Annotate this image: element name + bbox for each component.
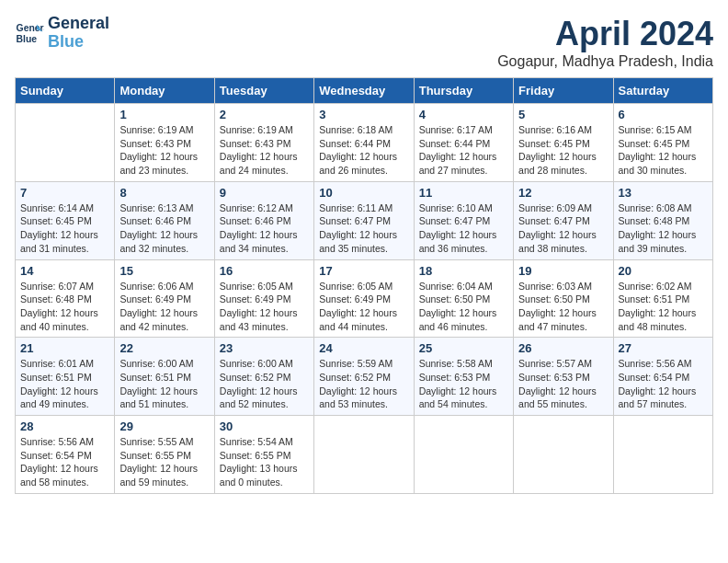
calendar-cell: 5Sunrise: 6:16 AM Sunset: 6:45 PM Daylig…	[514, 104, 613, 182]
day-number: 9	[220, 186, 309, 200]
calendar-cell: 22Sunrise: 6:00 AM Sunset: 6:51 PM Dayli…	[115, 338, 214, 416]
day-number: 20	[619, 264, 708, 278]
calendar-cell: 18Sunrise: 6:04 AM Sunset: 6:50 PM Dayli…	[414, 259, 513, 338]
day-number: 25	[419, 341, 508, 355]
calendar-cell: 27Sunrise: 5:56 AM Sunset: 6:54 PM Dayli…	[613, 338, 712, 416]
col-header-wednesday: Wednesday	[314, 78, 414, 104]
calendar-cell	[314, 416, 414, 494]
cell-content: Sunrise: 6:05 AM Sunset: 6:49 PM Dayligh…	[220, 280, 309, 334]
calendar-cell	[613, 416, 712, 494]
cell-content: Sunrise: 6:11 AM Sunset: 6:47 PM Dayligh…	[319, 201, 408, 256]
svg-text:Blue: Blue	[17, 33, 38, 43]
calendar-cell: 15Sunrise: 6:06 AM Sunset: 6:49 PM Dayli…	[115, 259, 214, 338]
calendar-cell: 14Sunrise: 6:07 AM Sunset: 6:48 PM Dayli…	[16, 259, 115, 338]
cell-content: Sunrise: 6:00 AM Sunset: 6:51 PM Dayligh…	[119, 357, 209, 411]
day-number: 23	[220, 341, 309, 355]
header-row: SundayMondayTuesdayWednesdayThursdayFrid…	[16, 78, 713, 104]
page-header: General Blue General Blue April 2024 Gog…	[15, 15, 713, 70]
cell-content: Sunrise: 5:55 AM Sunset: 6:55 PM Dayligh…	[119, 435, 209, 489]
week-row-2: 7Sunrise: 6:14 AM Sunset: 6:45 PM Daylig…	[16, 181, 713, 259]
day-number: 1	[119, 108, 209, 121]
day-number: 22	[119, 341, 209, 355]
day-number: 24	[319, 341, 408, 355]
col-header-friday: Friday	[514, 78, 613, 104]
cell-content: Sunrise: 6:09 AM Sunset: 6:47 PM Dayligh…	[518, 201, 608, 256]
day-number: 15	[119, 264, 209, 278]
calendar-cell: 11Sunrise: 6:10 AM Sunset: 6:47 PM Dayli…	[414, 181, 513, 259]
calendar-cell: 30Sunrise: 5:54 AM Sunset: 6:55 PM Dayli…	[214, 416, 313, 494]
calendar-cell: 2Sunrise: 6:19 AM Sunset: 6:43 PM Daylig…	[214, 104, 313, 182]
week-row-5: 28Sunrise: 5:56 AM Sunset: 6:54 PM Dayli…	[16, 416, 713, 494]
day-number: 7	[20, 186, 109, 200]
cell-content: Sunrise: 5:59 AM Sunset: 6:52 PM Dayligh…	[319, 357, 408, 411]
logo-line1: General	[48, 15, 109, 33]
cell-content: Sunrise: 6:14 AM Sunset: 6:45 PM Dayligh…	[20, 201, 109, 256]
day-number: 19	[518, 264, 608, 278]
location: Gogapur, Madhya Pradesh, India	[497, 53, 713, 70]
cell-content: Sunrise: 5:58 AM Sunset: 6:53 PM Dayligh…	[419, 357, 508, 411]
calendar-cell: 25Sunrise: 5:58 AM Sunset: 6:53 PM Dayli…	[414, 338, 513, 416]
calendar-cell: 10Sunrise: 6:11 AM Sunset: 6:47 PM Dayli…	[314, 181, 414, 259]
calendar-cell: 4Sunrise: 6:17 AM Sunset: 6:44 PM Daylig…	[414, 104, 513, 182]
day-number: 29	[119, 419, 209, 433]
cell-content: Sunrise: 6:01 AM Sunset: 6:51 PM Dayligh…	[20, 357, 109, 411]
calendar-cell	[414, 416, 513, 494]
cell-content: Sunrise: 6:03 AM Sunset: 6:50 PM Dayligh…	[518, 280, 608, 334]
day-number: 8	[119, 186, 209, 200]
col-header-thursday: Thursday	[414, 78, 513, 104]
calendar-cell: 1Sunrise: 6:19 AM Sunset: 6:43 PM Daylig…	[115, 104, 214, 182]
col-header-sunday: Sunday	[16, 78, 115, 104]
week-row-3: 14Sunrise: 6:07 AM Sunset: 6:48 PM Dayli…	[16, 259, 713, 338]
day-number: 6	[619, 108, 708, 121]
cell-content: Sunrise: 5:56 AM Sunset: 6:54 PM Dayligh…	[619, 357, 708, 411]
calendar-cell: 26Sunrise: 5:57 AM Sunset: 6:53 PM Dayli…	[514, 338, 613, 416]
calendar-cell: 24Sunrise: 5:59 AM Sunset: 6:52 PM Dayli…	[314, 338, 414, 416]
cell-content: Sunrise: 6:19 AM Sunset: 6:43 PM Dayligh…	[119, 123, 209, 178]
logo-line2: Blue	[48, 33, 109, 52]
cell-content: Sunrise: 6:17 AM Sunset: 6:44 PM Dayligh…	[419, 123, 508, 178]
calendar-cell: 6Sunrise: 6:15 AM Sunset: 6:45 PM Daylig…	[613, 104, 712, 182]
cell-content: Sunrise: 6:15 AM Sunset: 6:45 PM Dayligh…	[619, 123, 708, 178]
cell-content: Sunrise: 6:00 AM Sunset: 6:52 PM Dayligh…	[220, 357, 309, 411]
day-number: 5	[518, 108, 608, 121]
cell-content: Sunrise: 6:18 AM Sunset: 6:44 PM Dayligh…	[319, 123, 408, 178]
cell-content: Sunrise: 6:16 AM Sunset: 6:45 PM Dayligh…	[518, 123, 608, 178]
calendar-cell: 20Sunrise: 6:02 AM Sunset: 6:51 PM Dayli…	[613, 259, 712, 338]
day-number: 12	[518, 186, 608, 200]
calendar-cell: 29Sunrise: 5:55 AM Sunset: 6:55 PM Dayli…	[115, 416, 214, 494]
cell-content: Sunrise: 6:05 AM Sunset: 6:49 PM Dayligh…	[319, 280, 408, 334]
day-number: 30	[220, 419, 309, 433]
day-number: 21	[20, 341, 109, 355]
day-number: 13	[619, 186, 708, 200]
cell-content: Sunrise: 6:08 AM Sunset: 6:48 PM Dayligh…	[619, 201, 708, 256]
calendar-cell: 28Sunrise: 5:56 AM Sunset: 6:54 PM Dayli…	[16, 416, 115, 494]
cell-content: Sunrise: 6:06 AM Sunset: 6:49 PM Dayligh…	[119, 280, 209, 334]
day-number: 28	[20, 419, 109, 433]
day-number: 18	[419, 264, 508, 278]
day-number: 17	[319, 264, 408, 278]
col-header-saturday: Saturday	[613, 78, 712, 104]
calendar-cell	[514, 416, 613, 494]
calendar-cell: 12Sunrise: 6:09 AM Sunset: 6:47 PM Dayli…	[514, 181, 613, 259]
calendar-cell: 19Sunrise: 6:03 AM Sunset: 6:50 PM Dayli…	[514, 259, 613, 338]
month-title: April 2024	[497, 15, 713, 53]
logo-icon: General Blue	[15, 18, 44, 48]
cell-content: Sunrise: 6:04 AM Sunset: 6:50 PM Dayligh…	[419, 280, 508, 334]
day-number: 14	[20, 264, 109, 278]
cell-content: Sunrise: 5:56 AM Sunset: 6:54 PM Dayligh…	[20, 435, 109, 489]
cell-content: Sunrise: 6:07 AM Sunset: 6:48 PM Dayligh…	[20, 280, 109, 334]
day-number: 10	[319, 186, 408, 200]
calendar-cell	[16, 104, 115, 182]
cell-content: Sunrise: 6:19 AM Sunset: 6:43 PM Dayligh…	[220, 123, 309, 178]
calendar-table: SundayMondayTuesdayWednesdayThursdayFrid…	[15, 77, 713, 494]
day-number: 2	[220, 108, 309, 121]
week-row-1: 1Sunrise: 6:19 AM Sunset: 6:43 PM Daylig…	[16, 104, 713, 182]
calendar-cell: 23Sunrise: 6:00 AM Sunset: 6:52 PM Dayli…	[214, 338, 313, 416]
calendar-cell: 9Sunrise: 6:12 AM Sunset: 6:46 PM Daylig…	[214, 181, 313, 259]
cell-content: Sunrise: 5:57 AM Sunset: 6:53 PM Dayligh…	[518, 357, 608, 411]
calendar-cell: 13Sunrise: 6:08 AM Sunset: 6:48 PM Dayli…	[613, 181, 712, 259]
logo: General Blue General Blue	[15, 15, 109, 52]
day-number: 26	[518, 341, 608, 355]
calendar-cell: 3Sunrise: 6:18 AM Sunset: 6:44 PM Daylig…	[314, 104, 414, 182]
day-number: 11	[419, 186, 508, 200]
